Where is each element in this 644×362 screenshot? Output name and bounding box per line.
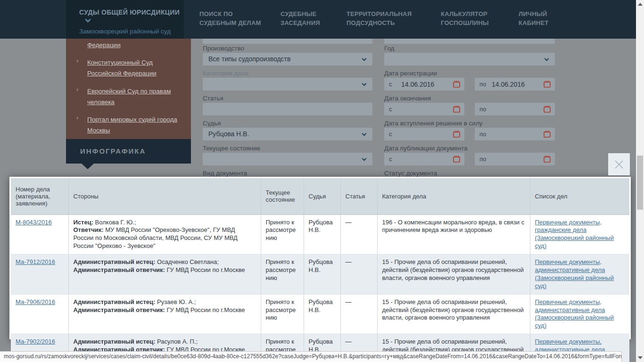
date-range-row: спо xyxy=(384,103,555,115)
date-input-from[interactable]: с14.06.2016 xyxy=(384,78,464,90)
party-role: Административный истец: xyxy=(74,338,156,345)
state-cell: Принято к рассмотрению xyxy=(261,255,304,295)
parties-cell: Истец: Волкова Г. Ю.;Ответчик: МУ МВД Ро… xyxy=(68,214,261,255)
sidebar-link-item: › Конституционный Суд Российской Федерац… xyxy=(76,57,182,78)
form-field-label: Год xyxy=(384,45,555,51)
case-number-link[interactable]: Ма-7906/2016 xyxy=(16,298,55,305)
form-field-group: Дата публикации документаспо xyxy=(384,145,555,165)
sidebar-link[interactable]: Федерации xyxy=(87,41,121,49)
form-field-label: Статья xyxy=(203,95,372,101)
party-role: Административный ответчик: xyxy=(74,266,165,273)
case-list-cell: Первичные документы, административные де… xyxy=(530,255,629,295)
nav-item-court-sessions[interactable]: СУДЕБНЫЕ ЗАСЕДАНИЯ xyxy=(281,10,320,28)
sidebar-link[interactable]: Портал мировых судей города Москвы xyxy=(87,116,177,134)
chevron-down-icon xyxy=(545,57,549,61)
scroll-up-icon[interactable] xyxy=(638,3,643,6)
infographics-label: ИНФОГРАФИКА xyxy=(80,147,146,155)
court-selector-dropdown[interactable]: СУДЫ ОБЩЕЙ ЮРИСДИКЦИИ Замоскворецкий рай… xyxy=(66,0,184,39)
form-field-group: Год xyxy=(384,45,555,66)
close-button[interactable] xyxy=(608,153,630,175)
calendar-icon xyxy=(543,105,551,113)
form-select-Производство[interactable]: Все типы судопроизводств xyxy=(203,53,372,66)
date-prefix-label: по xyxy=(479,156,492,163)
nav-item-fee-calculator[interactable]: КАЛЬКУЛЯТОР ГОСПОШЛИНЫ xyxy=(441,10,489,28)
case-number-cell: Ма-7912/2016 xyxy=(11,255,68,295)
date-prefix-label: по xyxy=(479,106,492,113)
search-form-left-column: ПроизводствоВсе типы судопроизводствКате… xyxy=(203,45,372,195)
state-cell: Принято к рассмотрению xyxy=(261,294,304,334)
court-selector-title: СУДЫ ОБЩЕЙ ЮРИСДИКЦИИ xyxy=(79,8,180,16)
category-cell: 15 - Прочие дела об оспаривании решений,… xyxy=(377,294,530,334)
select-value: Все типы судопроизводств xyxy=(208,55,290,63)
column-header: Текущее состояние xyxy=(261,178,304,214)
form-field-label: Дата окончания xyxy=(384,95,555,101)
case-number-cell: Ма-7906/2016 xyxy=(11,294,68,334)
case-list-cell: Первичные документы, административные де… xyxy=(530,294,629,334)
table-row: Ма-7912/2016Административный истец: Осад… xyxy=(11,255,629,295)
case-number-link[interactable]: Ма-7912/2016 xyxy=(16,258,55,265)
page: России, СУ МУ МВД России "Орехово -Зуевс… xyxy=(0,0,644,362)
table-row: Ма-7906/2016Административный истец: Руза… xyxy=(11,294,629,334)
date-input-from[interactable]: с xyxy=(384,128,464,140)
form-field-group: СудьяРубцова Н.В. xyxy=(203,120,372,140)
browser-status-bar: mos-gorsud.ru/rs/zamoskvoreckij/services… xyxy=(0,351,622,362)
case-list-link[interactable]: Первичные документы, административные де… xyxy=(535,298,614,329)
scroll-down-icon[interactable] xyxy=(638,356,643,359)
party-role: Административный истец: xyxy=(74,258,156,265)
calendar-icon xyxy=(453,80,461,88)
date-range-row: спо xyxy=(384,128,555,140)
form-field-group: Категория дела xyxy=(203,70,372,90)
form-field-label: Производство xyxy=(203,45,372,51)
party-line: Истец: Волкова Г. Ю.; xyxy=(74,219,256,227)
chevron-down-icon xyxy=(362,82,367,86)
date-prefix-label: с xyxy=(389,156,401,163)
date-input-to[interactable]: по xyxy=(475,153,555,165)
case-list-link[interactable]: Первичные документы, административные де… xyxy=(535,258,614,289)
form-select-Судья[interactable]: Рубцова Н.В. xyxy=(203,128,372,140)
cutoff-field xyxy=(203,39,372,44)
date-range-row: с14.06.2016по14.06.2016 xyxy=(384,78,555,90)
table-row: М-8043/2016Истец: Волкова Г. Ю.;Ответчик… xyxy=(11,214,629,255)
party-line: Административный истец: Осадченко Светла… xyxy=(74,258,256,266)
form-input-Статья[interactable] xyxy=(203,103,372,115)
date-input-to[interactable]: по xyxy=(475,128,555,140)
date-input-to[interactable]: по14.06.2016 xyxy=(475,78,555,90)
form-select-Текущее состояние[interactable] xyxy=(203,153,372,165)
date-prefix-label: по xyxy=(479,81,492,88)
form-field-group: Дата регистрациис14.06.2016по14.06.2016 xyxy=(384,70,555,90)
sidebar-link[interactable]: Конституционный Суд Российской Федерации xyxy=(87,59,157,77)
article-cell: — xyxy=(340,255,377,295)
form-select-Год[interactable] xyxy=(384,53,555,66)
column-header: Судья xyxy=(304,178,340,214)
case-list-link[interactable]: Первичные документы, гражданские дела (З… xyxy=(535,219,614,250)
date-input-from[interactable]: с xyxy=(384,153,464,165)
nav-item-personal-account[interactable]: ЛИЧНЫЙ КАБИНЕТ xyxy=(519,10,548,28)
search-results-modal: Номер дела (материала, заявления)Стороны… xyxy=(9,177,631,339)
date-range-row: спо xyxy=(384,153,555,165)
vertical-scrollbar[interactable] xyxy=(636,0,644,362)
date-prefix-label: с xyxy=(389,81,401,88)
chevron-down-icon xyxy=(362,156,367,161)
party-line: Административный ответчик: ГУ МВД России… xyxy=(74,266,256,274)
nav-item-case-search[interactable]: ПОИСК ПО СУДЕБНЫМ ДЕЛАМ xyxy=(199,10,261,28)
top-navigation: СУДЫ ОБЩЕЙ ЮРИСДИКЦИИ Замоскворецкий рай… xyxy=(0,0,636,39)
form-field-label: Текущее состояние xyxy=(203,145,372,151)
case-number-link[interactable]: Ма-7902/2016 xyxy=(16,338,55,345)
case-number-link[interactable]: М-8043/2016 xyxy=(16,219,52,226)
infographics-section[interactable]: ИНФОГРАФИКА xyxy=(66,139,191,164)
date-input-to[interactable]: по xyxy=(475,103,555,115)
judge-cell: Рубцова Н.В. xyxy=(304,214,340,255)
nav-item-territorial-jurisdiction[interactable]: ТЕРРИТОРИАЛЬНАЯ ПОДСУДНОСТЬ xyxy=(347,10,412,28)
sidebar-link[interactable]: Европейский Суд по правам человека xyxy=(87,88,171,106)
scrollbar-thumb[interactable] xyxy=(637,156,643,210)
select-value: Рубцова Н.В. xyxy=(208,130,249,138)
form-field-group: Текущее состояние xyxy=(203,145,372,165)
form-field-group: Дата окончанияспо xyxy=(384,95,555,115)
party-role: Административный истец: xyxy=(74,298,156,305)
judge-cell: Рубцова Н.В. xyxy=(304,294,340,334)
calendar-icon xyxy=(543,155,551,163)
chevron-right-icon: › xyxy=(76,114,78,123)
date-input-from[interactable]: с xyxy=(384,103,464,115)
form-select-Категория дела[interactable] xyxy=(203,78,372,90)
judge-cell: Рубцова Н.В. xyxy=(304,255,340,295)
